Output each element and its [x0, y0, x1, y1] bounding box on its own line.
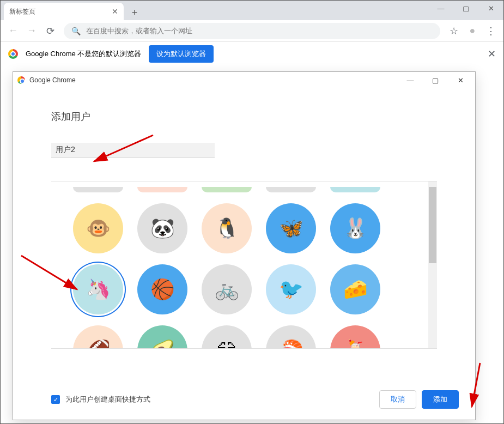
add-user-dialog: Google Chrome — ▢ ✕ 添加用户 🐵🐼🐧🦋🐰🦄🏀🚲🐦🧀🏈🥑🕶🍣🍹…: [13, 71, 476, 420]
dialog-maximize-button[interactable]: ▢: [425, 74, 446, 87]
forward-button[interactable]: →: [23, 23, 40, 39]
omnibox-placeholder: 在百度中搜索，或者输入一个网址: [86, 26, 192, 36]
avatar-option-butterfly[interactable]: 🦋: [266, 203, 316, 253]
avatar-option[interactable]: [73, 187, 123, 192]
new-tab-button[interactable]: +: [127, 5, 142, 20]
main-window-actions: — ▢ ✕: [428, 1, 503, 16]
add-button[interactable]: 添加: [422, 390, 459, 409]
infobar-close-icon[interactable]: ✕: [488, 48, 496, 60]
dialog-body: 添加用户: [13, 88, 475, 163]
search-icon: 🔍: [71, 27, 81, 35]
scrollbar-thumb[interactable]: [429, 187, 436, 263]
avatar-option-tamarind[interactable]: 🥑: [137, 325, 187, 349]
dialog-window-title: Google Chrome: [29, 76, 396, 84]
avatar-option-monkey[interactable]: 🐵: [73, 203, 123, 253]
avatar-option-panda[interactable]: 🐼: [137, 203, 187, 253]
add-user-heading: 添加用户: [51, 110, 437, 123]
create-shortcut-label: 为此用户创建桌面快捷方式: [65, 395, 150, 404]
avatar-option-penguin[interactable]: 🐧: [202, 203, 252, 253]
dialog-minimize-button[interactable]: —: [400, 74, 421, 87]
avatar-option-basketball[interactable]: 🏀: [137, 264, 187, 314]
chrome-logo-icon: [8, 49, 18, 59]
close-button[interactable]: ✕: [478, 1, 503, 16]
avatar-option-cheese[interactable]: 🧀: [330, 264, 380, 314]
avatar-option[interactable]: [137, 187, 187, 192]
maximize-button[interactable]: ▢: [453, 1, 478, 16]
avatar-grid: 🐵🐼🐧🦋🐰🦄🏀🚲🐦🧀🏈🥑🕶🍣🍹: [51, 181, 437, 349]
avatar-option[interactable]: [266, 187, 316, 192]
omnibox[interactable]: 🔍 在百度中搜索，或者输入一个网址: [64, 23, 440, 39]
avatar-picker: 🐵🐼🐧🦋🐰🦄🏀🚲🐦🧀🏈🥑🕶🍣🍹: [51, 181, 437, 349]
minimize-button[interactable]: —: [428, 1, 453, 16]
dialog-close-button[interactable]: ✕: [450, 74, 471, 87]
dialog-footer-buttons: 取消 添加: [379, 390, 459, 409]
tab-title: 新标签页: [9, 7, 35, 16]
toolbar: ← → ⟳ 🔍 在百度中搜索，或者输入一个网址 ☆ ● ⋮: [1, 20, 503, 42]
tab-new-tab-page[interactable]: 新标签页 ✕: [4, 3, 124, 20]
back-button[interactable]: ←: [5, 23, 21, 39]
tab-close-icon[interactable]: ✕: [112, 7, 118, 16]
avatar-option[interactable]: [202, 187, 252, 192]
dialog-titlebar: Google Chrome — ▢ ✕: [13, 72, 475, 88]
dialog-footer: ✓ 为此用户创建桌面快捷方式 取消 添加: [51, 390, 459, 409]
bookmark-star-icon[interactable]: ☆: [446, 23, 462, 39]
avatar-option-football[interactable]: 🏈: [73, 325, 123, 349]
avatar-option-drink[interactable]: 🍹: [330, 325, 380, 349]
set-default-browser-button[interactable]: 设为默认浏览器: [149, 45, 214, 63]
username-input[interactable]: [51, 143, 215, 158]
profile-avatar-icon[interactable]: ●: [464, 23, 481, 39]
avatar-option-unicorn[interactable]: 🦄: [73, 264, 123, 314]
avatar-option-bicycle[interactable]: 🚲: [202, 264, 252, 314]
infobar-message: Google Chrome 不是您的默认浏览器: [26, 49, 141, 59]
avatar-option-rabbit[interactable]: 🐰: [330, 203, 380, 253]
avatar-scrollbar[interactable]: [428, 181, 437, 348]
chrome-logo-icon: [17, 76, 25, 84]
reload-button[interactable]: ⟳: [42, 23, 58, 39]
avatar-option-sushi[interactable]: 🍣: [266, 325, 316, 349]
menu-icon[interactable]: ⋮: [483, 23, 499, 39]
avatar-option-bird[interactable]: 🐦: [266, 264, 316, 314]
avatar-option-sunglasses[interactable]: 🕶: [202, 325, 252, 349]
cancel-button[interactable]: 取消: [379, 390, 416, 409]
create-shortcut-checkbox[interactable]: ✓: [51, 395, 60, 404]
default-browser-infobar: Google Chrome 不是您的默认浏览器 设为默认浏览器 ✕: [1, 42, 503, 66]
avatar-option[interactable]: [330, 187, 380, 192]
